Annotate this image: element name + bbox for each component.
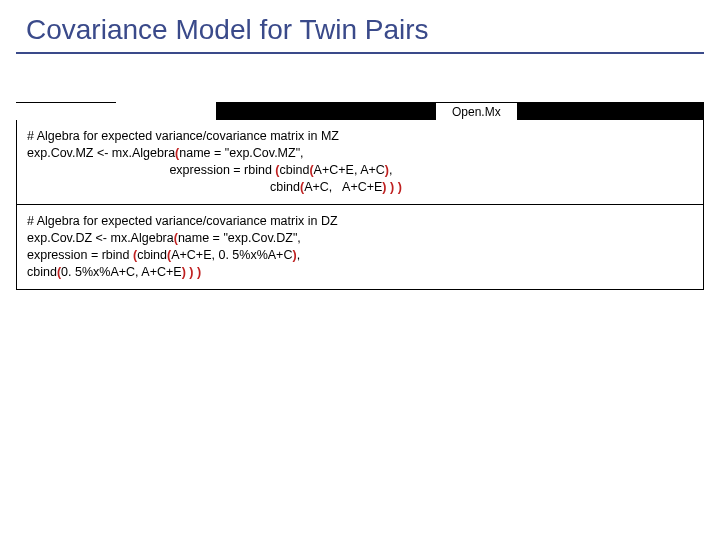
tab-black-right	[517, 102, 704, 120]
dz-line1: exp.Cov.DZ <- mx.Algebra(name = "exp.Cov…	[27, 230, 693, 247]
tab-lead-border	[16, 102, 116, 120]
dz-line2-c: A+C+E, 0. 5%x%A+C	[171, 248, 292, 262]
mz-line3: cbind(A+C, A+C+E) ) )	[27, 179, 693, 196]
mz-line2-a: expression = rbind	[27, 163, 275, 177]
dz-line2-a: expression = rbind	[27, 248, 133, 262]
tab-label: Open.Mx	[436, 102, 517, 120]
mz-line1: exp.Cov.MZ <- mx.Algebra(name = "exp.Cov…	[27, 145, 693, 162]
code-panel: Open.Mx # Algebra for expected variance/…	[16, 102, 704, 290]
title-divider	[16, 52, 704, 54]
mz-line2: expression = rbind (cbind(A+C+E, A+C),	[27, 162, 693, 179]
tab-header-row: Open.Mx	[16, 102, 704, 120]
paren-red-icon: )	[398, 180, 402, 194]
mz-line3-b: A+C, A+C+E	[304, 180, 382, 194]
dz-line3-a: cbind	[27, 265, 57, 279]
dz-code-box: # Algebra for expected variance/covarian…	[16, 205, 704, 290]
mz-line2-b: cbind	[280, 163, 310, 177]
dz-line2-d: ,	[297, 248, 300, 262]
mz-line1-b: name = "exp.Cov.MZ",	[179, 146, 303, 160]
paren-red-icon: )	[197, 265, 201, 279]
mz-line2-c: A+C+E, A+C	[314, 163, 385, 177]
dz-line2: expression = rbind (cbind(A+C+E, 0. 5%x%…	[27, 247, 693, 264]
mz-code-box: # Algebra for expected variance/covarian…	[16, 120, 704, 205]
dz-comment: # Algebra for expected variance/covarian…	[27, 213, 693, 230]
dz-line3: cbind(0. 5%x%A+C, A+C+E) ) )	[27, 264, 693, 281]
mz-line1-a: exp.Cov.MZ <- mx.Algebra	[27, 146, 175, 160]
mz-comment: # Algebra for expected variance/covarian…	[27, 128, 693, 145]
dz-line2-b: cbind	[137, 248, 167, 262]
dz-line3-b: 0. 5%x%A+C, A+C+E	[61, 265, 182, 279]
tab-black-left	[216, 102, 436, 120]
mz-line2-d: ,	[389, 163, 392, 177]
mz-line3-a: cbind	[27, 180, 300, 194]
dz-line1-a: exp.Cov.DZ <- mx.Algebra	[27, 231, 174, 245]
page-title: Covariance Model for Twin Pairs	[0, 0, 720, 52]
dz-line1-b: name = "exp.Cov.DZ",	[178, 231, 301, 245]
